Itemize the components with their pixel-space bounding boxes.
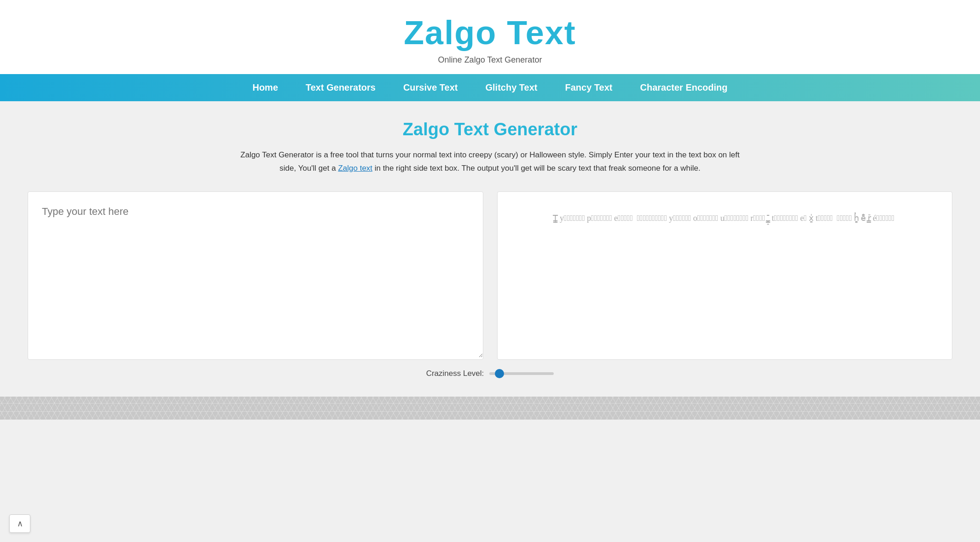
nav-item-fancy-text[interactable]: Fancy Text [551, 74, 626, 101]
craziness-slider[interactable] [489, 372, 554, 375]
page-title: Zalgo Text Generator [28, 120, 952, 139]
input-textarea[interactable] [28, 192, 483, 357]
zalgo-text-link[interactable]: Zalgo text [338, 164, 372, 173]
description-text-2: in the right side text box. The output y… [372, 164, 701, 173]
site-title: Zalgo Text [9, 14, 971, 52]
nav-item-home[interactable]: Home [238, 74, 292, 101]
main-content: Zalgo Text Generator Zalgo Text Generato… [0, 101, 980, 397]
output-box: T̙̳y̝͓͙͛ͯͮ̆p̳̪ͩ̋ͭͬ̓e̮ͥͦ̿͛ ̖̖̯̮͎͂̎̈ͭͧy̫͐̿… [498, 192, 952, 357]
scroll-up-icon: ∧ [17, 519, 23, 529]
scroll-up-button[interactable]: ∧ [9, 514, 30, 533]
hex-pattern [0, 397, 980, 420]
input-box-wrapper [28, 191, 483, 360]
site-subtitle: Online Zalgo Text Generator [9, 55, 971, 65]
textarea-row: T̙̳y̝͓͙͛ͯͮ̆p̳̪ͩ̋ͭͬ̓e̮ͥͦ̿͛ ̖̖̯̮͎͂̎̈ͭͧy̫͐̿… [28, 191, 952, 360]
zalgo-output: T̙̳y̝͓͙͛ͯͮ̆p̳̪ͩ̋ͭͬ̓e̮ͥͦ̿͛ ̖̖̯̮͎͂̎̈ͭͧy̫͐̿… [511, 206, 939, 231]
page-description: Zalgo Text Generator is a free tool that… [237, 149, 743, 175]
output-box-wrapper: T̙̳y̝͓͙͛ͯͮ̆p̳̪ͩ̋ͭͬ̓e̮ͥͦ̿͛ ̖̖̯̮͎͂̎̈ͭͧy̫͐̿… [497, 191, 953, 360]
navbar: HomeText GeneratorsCursive TextGlitchy T… [0, 74, 980, 101]
nav-item-cursive-text[interactable]: Cursive Text [389, 74, 472, 101]
craziness-label: Craziness Level: [426, 369, 484, 378]
craziness-row: Craziness Level: [28, 369, 952, 378]
nav-item-text-generators[interactable]: Text Generators [292, 74, 389, 101]
nav-item-character-encoding[interactable]: Character Encoding [626, 74, 742, 101]
nav-item-glitchy-text[interactable]: Glitchy Text [472, 74, 551, 101]
site-header: Zalgo Text Online Zalgo Text Generator [0, 0, 980, 74]
